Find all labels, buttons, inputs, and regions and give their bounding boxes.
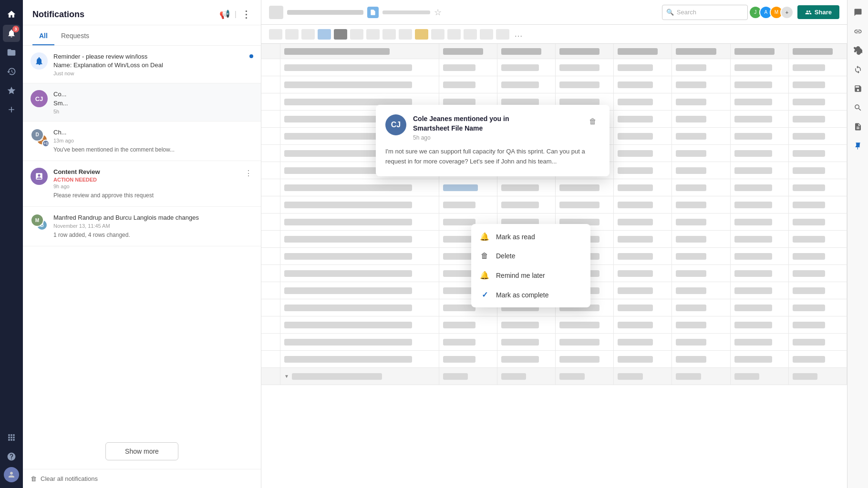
header-cell-1[interactable]: [280, 44, 439, 59]
data-cell[interactable]: [439, 351, 497, 367]
data-cell[interactable]: [614, 299, 672, 316]
tb2-icon-1[interactable]: [269, 29, 282, 40]
data-cell[interactable]: [789, 214, 847, 230]
data-cell[interactable]: [497, 196, 556, 213]
user-avatar[interactable]: [4, 467, 19, 482]
data-cell[interactable]: [439, 196, 497, 213]
data-cell[interactable]: [614, 334, 672, 350]
data-cell[interactable]: [614, 59, 672, 76]
sidebar-browse[interactable]: [3, 44, 20, 61]
tb2-icon-6[interactable]: [382, 29, 396, 40]
data-cell[interactable]: [672, 231, 730, 247]
notification-item-cole[interactable]: CJ Co...Sm... 5h: [23, 83, 261, 121]
data-cell[interactable]: [731, 76, 789, 93]
data-cell[interactable]: [280, 299, 439, 316]
popup-delete-button[interactable]: 🗑: [586, 114, 600, 129]
tb2-icon-9[interactable]: [447, 29, 461, 40]
data-cell[interactable]: [280, 351, 439, 367]
data-cell[interactable]: [614, 282, 672, 299]
data-cell[interactable]: [731, 93, 789, 110]
data-cell[interactable]: [556, 59, 614, 76]
data-cell[interactable]: [672, 299, 730, 316]
data-cell[interactable]: [614, 128, 672, 144]
grid-data-row[interactable]: [261, 351, 847, 368]
data-cell[interactable]: [614, 316, 672, 333]
data-cell[interactable]: [614, 214, 672, 230]
tb2-icon-2[interactable]: [285, 29, 299, 40]
data-cell[interactable]: [731, 316, 789, 333]
sidebar-favorites[interactable]: [3, 82, 20, 99]
data-cell[interactable]: [731, 214, 789, 230]
data-cell[interactable]: [439, 316, 497, 333]
data-cell[interactable]: [789, 351, 847, 367]
data-cell[interactable]: [280, 214, 439, 230]
data-cell[interactable]: [789, 368, 847, 385]
tb2-icon-8[interactable]: [431, 29, 444, 40]
context-menu-complete[interactable]: ✓ Mark as complete: [471, 285, 590, 305]
rs-chat-icon[interactable]: [850, 5, 866, 20]
data-cell[interactable]: [672, 368, 730, 385]
share-button[interactable]: Share: [797, 5, 839, 19]
data-cell[interactable]: [672, 196, 730, 213]
header-cell-2[interactable]: [439, 44, 497, 59]
data-cell[interactable]: [789, 128, 847, 144]
search-placeholder[interactable]: Search: [677, 9, 696, 16]
sidebar-home[interactable]: [3, 6, 20, 23]
rs-activity-icon[interactable]: [850, 62, 866, 77]
data-cell[interactable]: [280, 248, 439, 264]
data-cell[interactable]: [614, 351, 672, 367]
data-cell[interactable]: [672, 214, 730, 230]
sidebar-notifications[interactable]: 3: [3, 25, 20, 42]
data-cell[interactable]: [672, 351, 730, 367]
data-cell[interactable]: [731, 282, 789, 299]
data-cell[interactable]: [672, 282, 730, 299]
data-cell[interactable]: [789, 179, 847, 196]
grid-dropdown-row[interactable]: ▼: [261, 368, 847, 385]
data-cell[interactable]: [497, 368, 556, 385]
data-cell[interactable]: [280, 316, 439, 333]
data-cell[interactable]: [556, 351, 614, 367]
sidebar-recent[interactable]: [3, 63, 20, 80]
data-cell[interactable]: [731, 231, 789, 247]
data-cell[interactable]: [280, 231, 439, 247]
data-cell[interactable]: [731, 299, 789, 316]
data-cell[interactable]: [731, 162, 789, 179]
data-cell[interactable]: [731, 111, 789, 127]
sidebar-launcher[interactable]: [3, 429, 20, 446]
data-cell[interactable]: [789, 265, 847, 282]
data-cell[interactable]: [789, 59, 847, 76]
data-cell[interactable]: [497, 59, 556, 76]
rs-link-icon[interactable]: [850, 24, 866, 39]
data-cell[interactable]: [731, 196, 789, 213]
avatar-more[interactable]: +: [780, 6, 794, 19]
tb2-icon-7[interactable]: [399, 29, 412, 40]
data-cell[interactable]: [731, 59, 789, 76]
more-options-icon[interactable]: ⋮: [241, 9, 251, 20]
data-cell[interactable]: [672, 162, 730, 179]
toolbar-icon-1[interactable]: [269, 6, 283, 19]
data-cell[interactable]: [556, 368, 614, 385]
rs-search-icon[interactable]: [850, 100, 866, 115]
data-cell[interactable]: [556, 76, 614, 93]
data-cell[interactable]: [789, 196, 847, 213]
grid-data-row[interactable]: [261, 316, 847, 334]
data-cell[interactable]: [556, 334, 614, 350]
tb2-icon-10[interactable]: [464, 29, 477, 40]
tab-all[interactable]: All: [32, 29, 54, 45]
data-cell[interactable]: [614, 179, 672, 196]
grid-data-row[interactable]: [261, 334, 847, 351]
context-menu-mark-read[interactable]: 🔔 Mark as read: [471, 227, 590, 246]
data-cell[interactable]: [672, 111, 730, 127]
data-cell[interactable]: [280, 265, 439, 282]
data-cell[interactable]: [789, 93, 847, 110]
context-menu-delete[interactable]: 🗑 Delete: [471, 246, 590, 265]
data-cell[interactable]: [439, 334, 497, 350]
data-cell[interactable]: [614, 368, 672, 385]
data-cell[interactable]: [789, 282, 847, 299]
clear-all-footer[interactable]: 🗑 Clear all notifications: [23, 469, 261, 488]
data-cell[interactable]: [497, 76, 556, 93]
data-cell[interactable]: [280, 196, 439, 213]
grid-data-row[interactable]: [261, 59, 847, 76]
header-cell-5[interactable]: [614, 44, 672, 59]
mute-icon[interactable]: 📢: [219, 9, 230, 20]
